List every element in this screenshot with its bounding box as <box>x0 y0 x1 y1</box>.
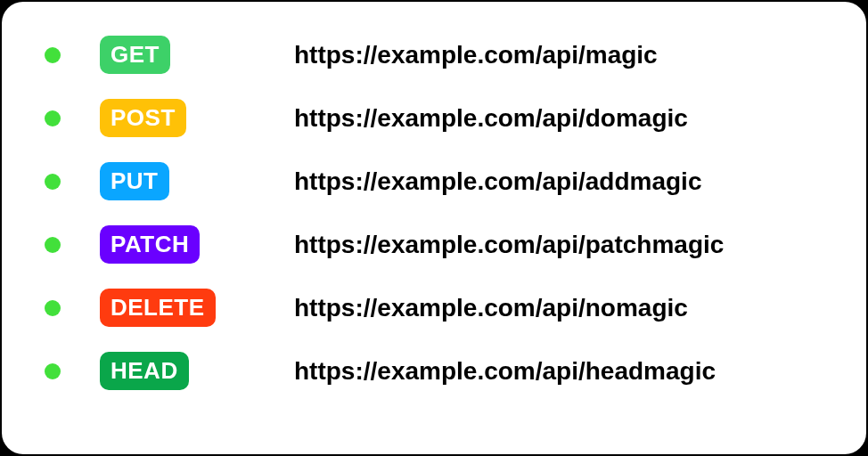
endpoint-url: https://example.com/api/headmagic <box>294 357 716 386</box>
method-badge-get: GET <box>100 36 170 74</box>
method-badge-delete: DELETE <box>100 289 216 327</box>
endpoint-url: https://example.com/api/patchmagic <box>294 231 724 259</box>
method-badge-post: POST <box>100 99 186 137</box>
method-badge-put: PUT <box>100 162 169 200</box>
endpoint-row: PUT https://example.com/api/addmagic <box>45 162 823 200</box>
endpoint-row: POST https://example.com/api/domagic <box>45 99 823 137</box>
status-dot-icon <box>45 174 61 190</box>
endpoints-card: GET https://example.com/api/magic POST h… <box>2 2 866 454</box>
endpoint-row: PATCH https://example.com/api/patchmagic <box>45 225 823 264</box>
endpoint-row: DELETE https://example.com/api/nomagic <box>45 289 823 327</box>
endpoint-url: https://example.com/api/nomagic <box>294 294 688 322</box>
status-dot-icon <box>45 237 61 253</box>
status-dot-icon <box>45 110 61 126</box>
endpoint-row: HEAD https://example.com/api/headmagic <box>45 352 823 390</box>
endpoint-url: https://example.com/api/domagic <box>294 104 688 133</box>
endpoint-url: https://example.com/api/magic <box>294 41 658 69</box>
endpoint-url: https://example.com/api/addmagic <box>294 167 701 196</box>
method-badge-head: HEAD <box>100 352 189 390</box>
endpoint-row: GET https://example.com/api/magic <box>45 36 823 74</box>
status-dot-icon <box>45 363 61 379</box>
status-dot-icon <box>45 47 61 63</box>
status-dot-icon <box>45 300 61 316</box>
method-badge-patch: PATCH <box>100 225 200 264</box>
